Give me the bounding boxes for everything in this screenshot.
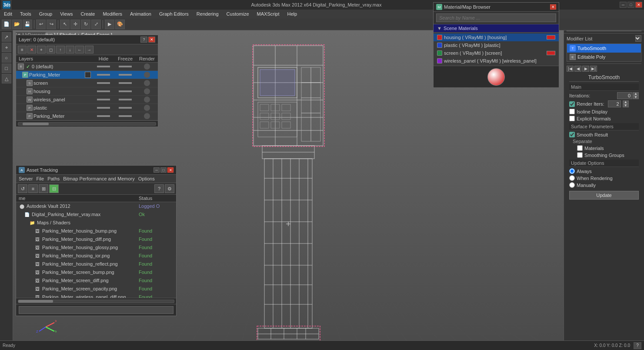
menu-customize[interactable]: Customize [225, 11, 250, 17]
menu-create[interactable]: Create [79, 11, 96, 17]
at-row-screen-bump[interactable]: 🖼 Parking_Meter_screen_bump.png Found [16, 268, 176, 277]
layer-tb-layers[interactable]: ≡ [18, 46, 27, 53]
layer-row-default[interactable]: ≡ ✓ 0 (default) [16, 63, 158, 71]
explicit-normals-checkbox[interactable] [569, 116, 575, 121]
layer-row-wireless[interactable]: W wireless_panel [16, 96, 158, 104]
render-iters-spin-down[interactable]: ▼ [623, 104, 629, 107]
at-menu-server[interactable]: Server [19, 176, 33, 181]
toolbar-save[interactable]: 💾 [23, 20, 32, 29]
at-tb-refresh[interactable]: ↺ [18, 184, 27, 193]
mod-nav-prev[interactable]: ◀ [574, 66, 581, 72]
mb-mat-screen[interactable]: screen ( VRayMtl ) [screen] [434, 49, 559, 57]
layer-row-plastic[interactable]: P plastic [16, 104, 158, 112]
render-iters-checkbox[interactable] [569, 101, 575, 107]
at-row-screen-diff[interactable]: 🖼 Parking_Meter_screen_diff.png Found [16, 277, 176, 285]
menu-modifiers[interactable]: Modifiers [101, 11, 123, 17]
layer-tb-move-down[interactable]: ↓ [66, 46, 74, 53]
minimize-button[interactable]: ─ [620, 2, 627, 8]
at-scrollbar-track[interactable] [18, 300, 174, 303]
mb-mat-wireless[interactable]: wireless_panel ( VRayMtl ) [wireless_pan… [434, 57, 559, 65]
mb-close-button[interactable]: ✕ [550, 4, 556, 10]
toolbar-undo[interactable]: ↩ [36, 20, 46, 29]
menu-graph-editors[interactable]: Graph Editors [158, 11, 190, 17]
close-button[interactable]: ✕ [635, 2, 642, 8]
modifier-editpoly[interactable]: E Editable Poly [567, 53, 641, 61]
at-tb-list[interactable]: ≡ [28, 184, 38, 193]
menu-edit[interactable]: Edit [3, 11, 13, 17]
smoothing-groups-checkbox[interactable] [577, 152, 583, 158]
toolbar-render[interactable]: ▶ [105, 20, 114, 29]
layer-tb-move-up[interactable]: ↑ [56, 46, 65, 53]
modifier-dropdown[interactable]: ▼ [635, 35, 641, 42]
at-tb-table[interactable]: ⊟ [49, 184, 59, 193]
materials-checkbox[interactable] [577, 145, 583, 151]
at-row-vault[interactable]: ⬤ Autodesk Vault 2012 Logged O [16, 202, 176, 210]
mb-mat-plastic[interactable]: plastic ( VRayMtl ) [plastic] [434, 41, 559, 49]
update-button[interactable]: Update [569, 191, 639, 200]
mb-search-input[interactable] [436, 13, 556, 22]
layer-tb-arrow-left[interactable]: ← [75, 46, 84, 53]
layer-row-parking-meter-2[interactable]: P Parking_Meter [16, 112, 158, 120]
menu-group[interactable]: Group [38, 11, 54, 17]
toolbar-rotate[interactable]: ↻ [81, 20, 90, 29]
at-tb-settings[interactable]: ⚙ [165, 184, 174, 193]
left-btn-4[interactable]: □ [2, 63, 11, 73]
layer-row-parking-meter[interactable]: P Parking_Meter [16, 71, 158, 79]
layer-row-housing[interactable]: H housing [16, 87, 158, 96]
layer-tb-add[interactable]: + [37, 46, 46, 53]
toolbar-material-editor[interactable]: 🎨 [115, 20, 125, 29]
at-menu-bitmap[interactable]: Bitmap Performance and Memory [63, 176, 134, 181]
at-menu-paths[interactable]: Paths [47, 176, 60, 181]
menu-animation[interactable]: Animation [129, 11, 153, 17]
layer-row-screen[interactable]: S screen [16, 79, 158, 87]
status-help-btn[interactable]: ? [634, 342, 641, 349]
always-radio[interactable] [569, 168, 575, 174]
iterations-spin-down[interactable]: ▼ [633, 96, 639, 99]
left-btn-5[interactable]: △ [2, 74, 11, 83]
isoline-checkbox[interactable] [569, 109, 575, 114]
at-row-max-file[interactable]: 📄 Digital_Parking_Meter_vray.max Ok [16, 210, 176, 219]
toolbar-move[interactable]: ✛ [70, 20, 80, 29]
menu-views[interactable]: Views [59, 11, 74, 17]
toolbar-redo[interactable]: ↪ [47, 20, 56, 29]
at-row-bump[interactable]: 🖼 Parking_Meter_housing_bump.png Found [16, 227, 176, 235]
menu-maxscript[interactable]: MAXScript [256, 11, 281, 17]
left-btn-3[interactable]: ○ [2, 53, 11, 63]
at-path-input[interactable] [19, 306, 174, 314]
layer-tb-arrow-right[interactable]: → [85, 46, 93, 53]
at-row-diff[interactable]: 🖼 Parking_Meter_housing_diff.png Found [16, 235, 176, 243]
at-row-reflect[interactable]: 🖼 Parking_Meter_housing_reflect.png Foun… [16, 260, 176, 268]
at-menu-file[interactable]: File [36, 176, 44, 181]
menu-tools[interactable]: Tools [19, 11, 33, 17]
at-close-btn[interactable]: ✕ [167, 167, 174, 173]
menu-rendering[interactable]: Rendering [195, 11, 220, 17]
menu-help[interactable]: Help [286, 11, 299, 17]
layer-tb-select-all[interactable]: ◻ [47, 46, 55, 53]
at-row-ior[interactable]: 🖼 Parking_Meter_housing_ior.png Found [16, 252, 176, 260]
toolbar-select[interactable]: ↖ [60, 20, 70, 29]
modifier-turbsmooth[interactable]: T TurboSmooth [567, 44, 641, 53]
at-row-screen-opacity[interactable]: 🖼 Parking_Meter_screen_opacity.png Found [16, 285, 176, 293]
layer-scrollbar-track[interactable] [18, 122, 156, 126]
at-row-glossy[interactable]: 🖼 Parking_Meter_housing_glossy.png Found [16, 243, 176, 252]
mod-nav-first[interactable]: |◀ [567, 66, 574, 72]
at-maximize-btn[interactable]: □ [160, 167, 167, 173]
toolbar-new[interactable]: 📄 [2, 20, 11, 29]
at-scrollbar-thumb[interactable] [18, 300, 53, 303]
mod-nav-next[interactable]: ▶ [582, 66, 589, 72]
toolbar-scale[interactable]: ⤢ [91, 20, 101, 29]
layer-tb-delete[interactable]: ✕ [27, 46, 36, 53]
left-btn-1[interactable]: ↗ [2, 32, 11, 42]
iterations-input[interactable] [617, 92, 632, 99]
mb-mat-housing[interactable]: housing ( VRayMtl ) [housing] [434, 33, 559, 41]
layer-close-btn[interactable]: ✕ [148, 37, 155, 43]
maximize-button[interactable]: □ [627, 2, 634, 8]
left-btn-2[interactable]: ⌖ [2, 43, 11, 52]
at-tb-grid[interactable]: ⊞ [39, 184, 48, 193]
layer-scrollbar-thumb[interactable] [23, 123, 49, 125]
render-iters-input[interactable] [608, 100, 621, 107]
smooth-result-checkbox[interactable] [569, 132, 575, 137]
toolbar-open[interactable]: 📂 [12, 20, 22, 29]
layer-help-btn[interactable]: ? [140, 37, 147, 43]
manually-radio[interactable] [569, 182, 575, 188]
